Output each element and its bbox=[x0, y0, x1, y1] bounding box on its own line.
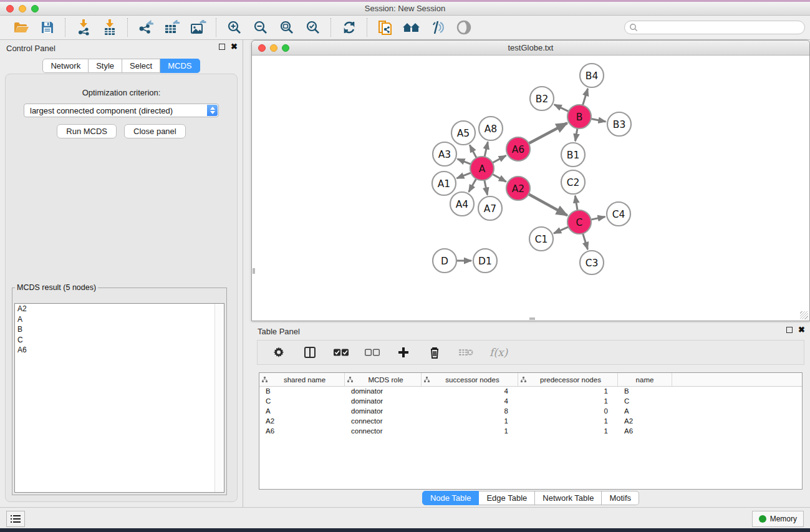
graph-edge-B-B3[interactable] bbox=[591, 118, 606, 122]
graph-node-A3[interactable]: A3 bbox=[433, 142, 456, 166]
column-chooser-icon[interactable] bbox=[302, 345, 317, 360]
column-header[interactable]: shared name bbox=[259, 373, 345, 386]
window-resize-grip[interactable] bbox=[800, 311, 808, 319]
graph-node-B3[interactable]: B3 bbox=[607, 112, 631, 136]
graph-edge-C-C3[interactable] bbox=[582, 233, 587, 249]
network-canvas[interactable]: B4B2BB3A5A8A6A3B1AC2A1A2A4A7C4CC1DD1C3 bbox=[253, 56, 809, 320]
graph-edge-C-C1[interactable] bbox=[554, 226, 569, 233]
birdseye-icon[interactable] bbox=[454, 18, 474, 37]
run-mcds-button[interactable]: Run MCDS bbox=[57, 124, 117, 138]
network-graph[interactable]: B4B2BB3A5A8A6A3B1AC2A1A2A4A7C4CC1DD1C3 bbox=[253, 56, 809, 320]
result-scrollbar[interactable] bbox=[215, 304, 224, 492]
search-input[interactable] bbox=[624, 21, 805, 34]
graph-edge-A-A5[interactable] bbox=[470, 145, 476, 158]
graph-edge-A-A7[interactable] bbox=[485, 180, 488, 195]
tab-mcds[interactable]: MCDS bbox=[160, 59, 200, 73]
graph-node-B1[interactable]: B1 bbox=[561, 143, 585, 167]
tab-edge-table[interactable]: Edge Table bbox=[479, 491, 535, 505]
graph-edge-A-A2[interactable] bbox=[492, 174, 506, 182]
tab-network[interactable]: Network bbox=[42, 59, 89, 73]
graph-edge-C-C2[interactable] bbox=[575, 196, 577, 211]
open-session-icon[interactable] bbox=[11, 18, 31, 37]
export-table-icon[interactable] bbox=[162, 18, 182, 37]
graph-edge-C-C4[interactable] bbox=[591, 216, 605, 220]
refresh-icon[interactable] bbox=[339, 18, 359, 37]
show-panels-button[interactable] bbox=[6, 511, 25, 527]
graph-node-A1[interactable]: A1 bbox=[432, 172, 456, 195]
table-row[interactable]: Cdominator41C bbox=[259, 397, 802, 407]
graph-edge-B-B2[interactable] bbox=[554, 105, 569, 112]
result-list-item[interactable]: C bbox=[15, 335, 224, 346]
tab-motifs[interactable]: Motifs bbox=[602, 491, 639, 505]
memory-button[interactable]: Memory bbox=[752, 511, 804, 527]
home-icon[interactable] bbox=[402, 18, 422, 37]
graph-edge-B-B1[interactable] bbox=[576, 128, 578, 142]
column-header[interactable]: MCDS role bbox=[345, 373, 422, 386]
import-table-icon[interactable] bbox=[100, 18, 120, 37]
graph-node-B4[interactable]: B4 bbox=[580, 64, 604, 87]
tab-network-table[interactable]: Network Table bbox=[535, 491, 602, 505]
graph-edge-A-A4[interactable] bbox=[469, 178, 476, 192]
graph-edge-A-A3[interactable] bbox=[458, 159, 472, 165]
graph-node-A8[interactable]: A8 bbox=[479, 117, 503, 140]
criterion-dropdown[interactable]: largest connected component (directed) bbox=[24, 104, 219, 117]
graph-edge-A6-B[interactable] bbox=[528, 123, 567, 143]
graph-edge-B-B4[interactable] bbox=[582, 89, 587, 106]
table-row[interactable]: A2connector11A2 bbox=[259, 417, 802, 427]
tab-select[interactable]: Select bbox=[122, 59, 160, 73]
table-row[interactable]: Bdominator41B bbox=[259, 387, 802, 397]
graph-edge-A-A8[interactable] bbox=[485, 142, 488, 157]
close-table-panel-icon[interactable]: ✖ bbox=[798, 327, 805, 333]
table-row[interactable]: Adominator80A bbox=[259, 407, 802, 417]
graph-edge-A2-C[interactable] bbox=[528, 194, 567, 216]
hide-details-icon[interactable] bbox=[428, 18, 448, 37]
zoom-out-icon[interactable] bbox=[251, 18, 271, 37]
graph-node-D[interactable]: D bbox=[433, 249, 456, 273]
deselect-all-icon[interactable] bbox=[365, 345, 380, 360]
graph-node-A2[interactable]: A2 bbox=[506, 177, 530, 200]
graph-node-C4[interactable]: C4 bbox=[607, 202, 630, 226]
result-list-item[interactable]: A bbox=[15, 314, 224, 325]
result-list-item[interactable]: A6 bbox=[15, 345, 224, 355]
save-session-icon[interactable] bbox=[37, 18, 57, 37]
export-network-icon[interactable] bbox=[136, 18, 156, 37]
close-panel-button[interactable]: Close panel bbox=[124, 124, 186, 138]
delete-table-icon[interactable] bbox=[458, 345, 473, 360]
graph-node-A[interactable]: A bbox=[470, 157, 494, 180]
select-all-icon[interactable] bbox=[334, 345, 349, 360]
graph-node-D1[interactable]: D1 bbox=[473, 249, 497, 273]
function-builder-icon[interactable]: f(x) bbox=[489, 346, 508, 359]
graph-edge-A-A1[interactable] bbox=[456, 173, 471, 178]
graph-node-C2[interactable]: C2 bbox=[561, 170, 585, 194]
column-header[interactable]: predecessor nodes bbox=[518, 373, 618, 386]
result-list-item[interactable]: A2 bbox=[15, 304, 224, 314]
float-table-panel-icon[interactable] bbox=[786, 327, 793, 333]
export-image-icon[interactable] bbox=[188, 18, 208, 37]
mcds-result-list[interactable]: A2ABCA6 bbox=[14, 303, 224, 493]
add-column-icon[interactable] bbox=[396, 345, 411, 360]
graph-node-B2[interactable]: B2 bbox=[530, 87, 554, 110]
table-row[interactable]: A6connector11A6 bbox=[259, 427, 802, 437]
zoom-in-icon[interactable] bbox=[224, 18, 244, 37]
close-panel-icon[interactable]: ✖ bbox=[231, 44, 238, 50]
tab-style[interactable]: Style bbox=[89, 59, 122, 73]
tab-node-table[interactable]: Node Table bbox=[422, 491, 480, 505]
graph-node-C1[interactable]: C1 bbox=[529, 227, 553, 251]
zoom-fit-icon[interactable] bbox=[277, 18, 297, 37]
graph-node-B[interactable]: B bbox=[567, 105, 591, 128]
graph-node-C[interactable]: C bbox=[567, 210, 591, 234]
graph-node-A4[interactable]: A4 bbox=[450, 192, 474, 216]
graph-node-A6[interactable]: A6 bbox=[506, 137, 530, 161]
float-panel-icon[interactable] bbox=[219, 44, 225, 50]
import-network-icon[interactable] bbox=[74, 18, 94, 37]
graph-node-A7[interactable]: A7 bbox=[478, 196, 502, 220]
clone-network-icon[interactable] bbox=[375, 18, 395, 37]
result-list-item[interactable]: B bbox=[15, 324, 224, 335]
zoom-selected-icon[interactable] bbox=[303, 18, 323, 37]
delete-column-icon[interactable] bbox=[427, 345, 442, 360]
graph-node-A5[interactable]: A5 bbox=[451, 121, 475, 145]
column-header[interactable]: successor nodes bbox=[422, 373, 518, 386]
settings-gear-icon[interactable] bbox=[271, 345, 286, 360]
graph-edge-A-A6[interactable] bbox=[492, 155, 506, 163]
graph-node-C3[interactable]: C3 bbox=[580, 251, 604, 274]
